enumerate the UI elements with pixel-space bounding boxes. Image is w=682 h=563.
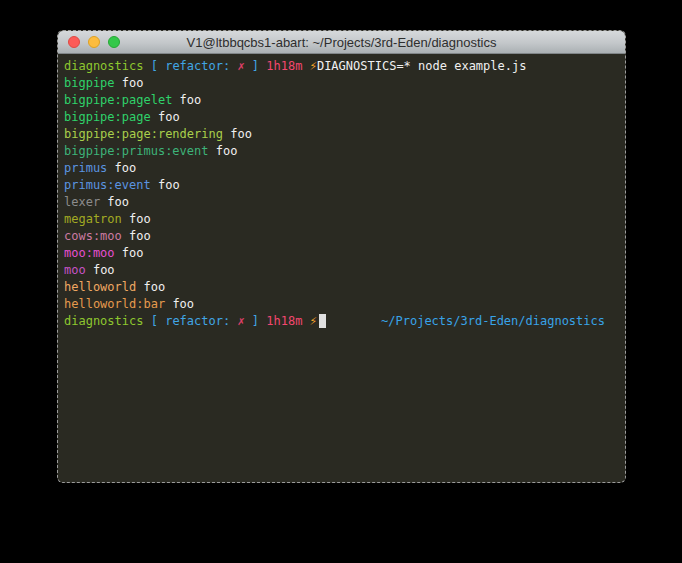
terminal-text-segment: ]	[245, 59, 259, 73]
terminal-text-segment: moo:moo	[64, 246, 115, 260]
terminal-text-segment: bigpipe:page:rendering	[64, 127, 223, 141]
terminal-text-segment: bigpipe	[64, 76, 115, 90]
minimize-button[interactable]	[88, 36, 100, 48]
terminal-text-segment: foo	[151, 178, 180, 192]
terminal-text-segment: foo	[115, 76, 144, 90]
terminal-line: primus foo	[64, 160, 619, 177]
terminal-text-segment: ✗	[237, 314, 244, 328]
terminal-line: bigpipe foo	[64, 75, 619, 92]
terminal-text-segment: megatron	[64, 212, 122, 226]
terminal-line: moo:moo foo	[64, 245, 619, 262]
terminal-text-segment: ~/Projects/3rd-Eden/diagnostics	[381, 314, 605, 328]
terminal-text-segment: 1h18m	[266, 314, 302, 328]
terminal-screen[interactable]: diagnostics [ refactor: ✗ ] 1h18m ⚡DIAGN…	[58, 54, 625, 330]
terminal-line: cows:moo foo	[64, 228, 619, 245]
zoom-button[interactable]	[108, 36, 120, 48]
terminal-text-segment: foo	[107, 161, 136, 175]
terminal-line: megatron foo	[64, 211, 619, 228]
terminal-text-segment: foo	[209, 144, 238, 158]
terminal-line: moo foo	[64, 262, 619, 279]
terminal-text-segment: [ refactor:	[151, 314, 238, 328]
terminal-line: bigpipe:primus:event foo	[64, 143, 619, 160]
terminal-line: bigpipe:pagelet foo	[64, 92, 619, 109]
terminal-text-segment: foo	[165, 297, 194, 311]
terminal-text-segment: ⚡	[310, 59, 317, 73]
terminal-text-segment: foo	[136, 280, 165, 294]
traffic-lights	[68, 31, 120, 53]
terminal-line: helloworld foo	[64, 279, 619, 296]
right-prompt-path: ~/Projects/3rd-Eden/diagnostics	[381, 313, 605, 330]
window-title: V1@ltbbqcbs1-abart: ~/Projects/3rd-Eden/…	[58, 35, 625, 50]
terminal-text-segment: foo	[223, 127, 252, 141]
titlebar[interactable]: V1@ltbbqcbs1-abart: ~/Projects/3rd-Eden/…	[58, 31, 625, 54]
terminal-text-segment: primus:event	[64, 178, 151, 192]
terminal-line: lexer foo	[64, 194, 619, 211]
terminal-text-segment: foo	[151, 110, 180, 124]
terminal-text-segment: moo	[64, 263, 86, 277]
terminal-text-segment: lexer	[64, 195, 100, 209]
terminal-text-segment: foo	[122, 212, 151, 226]
terminal-line: diagnostics [ refactor: ✗ ] 1h18m ⚡DIAGN…	[64, 58, 619, 75]
terminal-text-segment: ✗	[237, 59, 244, 73]
terminal-line: primus:event foo	[64, 177, 619, 194]
terminal-text-segment: bigpipe:pagelet	[64, 93, 172, 107]
terminal-text-segment: foo	[86, 263, 115, 277]
terminal-text-segment: foo	[172, 93, 201, 107]
terminal-text-segment: foo	[100, 195, 129, 209]
terminal-text-segment: bigpipe:primus:event	[64, 144, 209, 158]
desktop-background: V1@ltbbqcbs1-abart: ~/Projects/3rd-Eden/…	[0, 0, 682, 563]
terminal-line: bigpipe:page foo	[64, 109, 619, 126]
terminal-text-segment	[302, 59, 309, 73]
terminal-text-segment: diagnostics	[64, 59, 151, 73]
terminal-text-segment: foo	[115, 246, 144, 260]
terminal-line: bigpipe:page:rendering foo	[64, 126, 619, 143]
terminal-text-segment: DIAGNOSTICS=* node example.js	[317, 59, 527, 73]
terminal-text-segment: ⚡	[310, 314, 317, 328]
terminal-line: helloworld:bar foo	[64, 296, 619, 313]
terminal-text-segment: helloworld:bar	[64, 297, 165, 311]
terminal-text-segment: bigpipe:page	[64, 110, 151, 124]
close-button[interactable]	[68, 36, 80, 48]
terminal-line: diagnostics [ refactor: ✗ ] 1h18m ⚡~/Pro…	[64, 313, 619, 330]
terminal-text-segment: cows:moo	[64, 229, 122, 243]
terminal-text-segment: 1h18m	[266, 59, 302, 73]
terminal-text-segment: diagnostics	[64, 314, 151, 328]
terminal-text-segment: primus	[64, 161, 107, 175]
text-cursor	[319, 314, 326, 328]
terminal-text-segment: foo	[122, 229, 151, 243]
terminal-text-segment: [ refactor:	[151, 59, 238, 73]
terminal-text-segment	[302, 314, 309, 328]
terminal-text-segment: ]	[245, 314, 259, 328]
terminal-text-segment: helloworld	[64, 280, 136, 294]
terminal-window: V1@ltbbqcbs1-abart: ~/Projects/3rd-Eden/…	[57, 30, 626, 483]
